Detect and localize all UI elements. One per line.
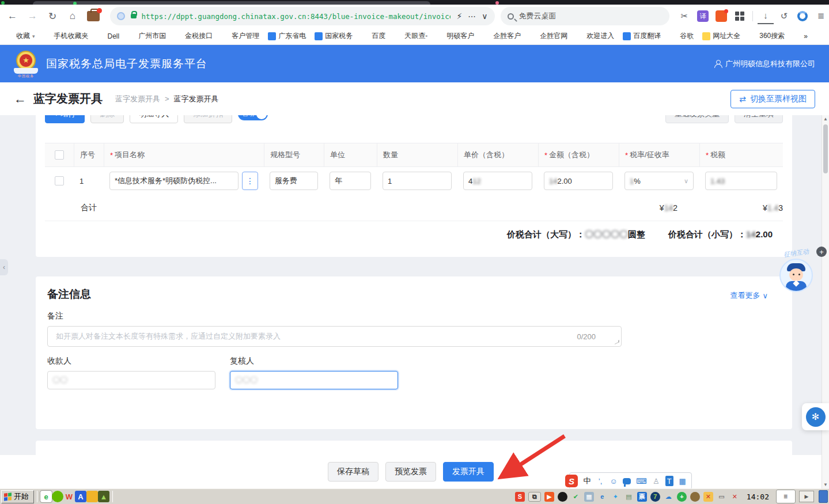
auto-toggle[interactable]: 自动 <box>238 115 268 123</box>
bookmark-dell-folder[interactable]: Dell <box>97 32 120 40</box>
bookmark-golden-tax-api[interactable]: 金税接口 <box>175 31 213 41</box>
bookmark-nav-site[interactable]: 网址大全 <box>702 31 740 41</box>
ime-emoji[interactable]: ☺ <box>610 476 618 486</box>
tray-ie[interactable]: e <box>597 492 607 502</box>
show-desktop-button[interactable] <box>819 490 828 503</box>
briefcase-icon[interactable] <box>87 11 99 21</box>
ime-shirt[interactable]: T <box>665 476 673 486</box>
quicklaunch-wps[interactable]: W <box>63 491 75 502</box>
tax-amount-input[interactable]: 1.43 <box>705 172 777 190</box>
quicklaunch-app[interactable]: A <box>75 491 86 502</box>
bookmark-google[interactable]: 谷歌 <box>669 31 694 41</box>
preview-invoice-button[interactable]: 预览发票 <box>385 462 436 482</box>
remark-textarea[interactable]: 如开票人对备注文本长度等有特殊需求，应通过自定义附加要素录入 0/200 <box>47 326 622 347</box>
tray-volume-muted[interactable]: ✕ <box>730 492 740 502</box>
tray-invoice-app[interactable]: 票 <box>637 492 647 502</box>
ime-chinese-mode[interactable]: 中 <box>583 476 591 486</box>
view-more-link[interactable]: 查看更多∨ <box>730 290 768 301</box>
quicklaunch-ie[interactable]: e <box>40 491 52 502</box>
address-bar[interactable]: https://dppt.guangdong.chinatax.gov.cn:8… <box>110 7 495 25</box>
back-arrow-icon[interactable]: ← <box>14 92 27 107</box>
bookmark-welcome[interactable]: 欢迎进入 <box>576 31 614 41</box>
notes-button[interactable]: ≡ <box>776 490 796 503</box>
row-checkbox[interactable] <box>55 176 64 185</box>
more-actions-icon[interactable]: ⋯ <box>468 12 476 21</box>
undo-icon[interactable]: ↺ <box>776 8 792 24</box>
quicklaunch-photos[interactable]: ▲ <box>98 491 109 502</box>
sogou-logo-icon[interactable]: S <box>565 475 578 487</box>
clear-refill-button[interactable]: 清空重填 <box>735 115 783 123</box>
bookmark-tianyancha[interactable]: 天眼查- <box>394 31 427 41</box>
import-details-button[interactable]: 明细导入 <box>130 115 178 123</box>
chevron-down-icon[interactable]: ∨ <box>482 12 487 21</box>
ime-punctuation[interactable]: ’, <box>596 476 604 486</box>
bookmark-qisheng-customer[interactable]: 企胜客户 <box>483 31 521 41</box>
browser-search-box[interactable]: 免费云桌面 <box>501 7 669 25</box>
ime-soft-keyboard[interactable]: ⌨ <box>636 476 647 486</box>
screenshot-scissors-icon[interactable]: ✂ <box>676 8 692 24</box>
tray-bird[interactable] <box>558 492 567 502</box>
item-name-input[interactable]: *信息技术服务*明硕防伪税控... <box>109 172 239 190</box>
bookmark-baidu[interactable]: 百度 <box>361 31 385 41</box>
ime-microphone[interactable] <box>623 478 631 484</box>
select-all-checkbox[interactable] <box>55 150 64 160</box>
bookmark-guangzhou-gov[interactable]: 广州市国 <box>128 31 166 41</box>
downloads-icon[interactable]: ↓ <box>758 8 774 24</box>
reload-icon[interactable]: ↻ <box>45 8 60 24</box>
start-button[interactable]: 开始 <box>1 490 34 503</box>
breadcrumb-parent[interactable]: 蓝字发票开具 <box>115 94 160 104</box>
company-account[interactable]: 广州明硕信息科技有限公司 <box>714 59 815 69</box>
tray-app-orange[interactable]: ▶ <box>544 492 554 502</box>
apps-grid-icon[interactable] <box>732 8 748 24</box>
chat-dock[interactable]: ✻ <box>802 403 829 430</box>
lightning-icon[interactable]: ⚡ <box>456 12 462 21</box>
bookmark-qisheng-site[interactable]: 企胜官网 <box>529 31 567 41</box>
sync-swirl-icon[interactable] <box>794 8 811 24</box>
back-icon[interactable]: ← <box>5 8 20 24</box>
tray-360-safe[interactable]: + <box>677 492 687 502</box>
item-name-picker-icon[interactable]: ⋮ <box>242 172 258 190</box>
tray-printer[interactable]: ▤ <box>624 492 634 502</box>
unit-input[interactable]: 年 <box>330 172 371 190</box>
quicklaunch-folder[interactable] <box>86 491 98 502</box>
resize-handle[interactable] <box>615 340 619 344</box>
tray-cloud[interactable]: ☁ <box>664 492 673 502</box>
switch-view-button[interactable]: ⇄ 切换至票样视图 <box>730 90 815 108</box>
menu-icon[interactable]: ≡ <box>813 8 829 24</box>
url-text[interactable]: https://dppt.guangdong.chinatax.gov.cn:8… <box>142 12 451 21</box>
bookmark-guangdong-etax[interactable]: 广东省电 <box>268 31 306 41</box>
quicklaunch-wechat[interactable] <box>52 491 63 502</box>
tray-sogou[interactable]: S <box>515 492 525 502</box>
save-draft-button[interactable]: 保存草稿 <box>328 462 378 482</box>
reviewer-input[interactable]: 〇〇〇 <box>230 371 398 389</box>
tray-window-switcher[interactable]: ⧉ <box>528 492 541 502</box>
bookmarks-overflow[interactable]: » <box>793 32 808 40</box>
tray-share-error[interactable]: ✕ <box>703 492 713 502</box>
add-discount-button[interactable]: 添加折扣 <box>184 115 232 123</box>
bookmark-customer-mgmt[interactable]: 客户管理 <box>221 31 259 41</box>
bookmark-national-tax[interactable]: 国家税务 <box>315 31 353 41</box>
games-icon[interactable] <box>713 8 729 24</box>
tray-7kb[interactable]: 7 <box>650 492 660 502</box>
bookmark-mingshuo-customer[interactable]: 明硕客户 <box>436 31 474 41</box>
ime-toolbox[interactable]: ▦ <box>679 476 687 486</box>
assistant-avatar[interactable] <box>779 259 813 292</box>
bookmark-phone-favorites[interactable]: 手机收藏夹 <box>44 31 89 41</box>
assistant-expand-icon[interactable]: + <box>816 247 827 257</box>
scroll-down-icon[interactable]: ▼ <box>823 482 828 487</box>
scrollbar-thumb[interactable] <box>823 124 828 173</box>
payee-input[interactable]: 〇〇 <box>47 371 215 389</box>
amount-input[interactable]: 142.00 <box>544 172 613 190</box>
bookmark-baidu-translate[interactable]: 百度翻译 <box>623 31 661 41</box>
browser-tab-strip[interactable] <box>0 0 829 5</box>
quantity-input[interactable]: 1 <box>383 172 452 190</box>
vertical-scrollbar[interactable]: ▲ ▼ <box>822 115 829 488</box>
scroll-up-icon[interactable]: ▲ <box>823 116 828 122</box>
bookmark-360-search[interactable]: 360搜索 <box>749 31 785 41</box>
issue-invoice-button[interactable]: 发票开具 <box>443 462 494 482</box>
collapse-panel-tab[interactable]: ‹ <box>0 259 8 275</box>
spec-input[interactable]: 服务费 <box>270 172 318 190</box>
translate-icon[interactable]: 译 <box>695 8 711 24</box>
media-play-button[interactable]: ▶ <box>799 491 814 502</box>
tray-chat[interactable] <box>690 492 700 502</box>
